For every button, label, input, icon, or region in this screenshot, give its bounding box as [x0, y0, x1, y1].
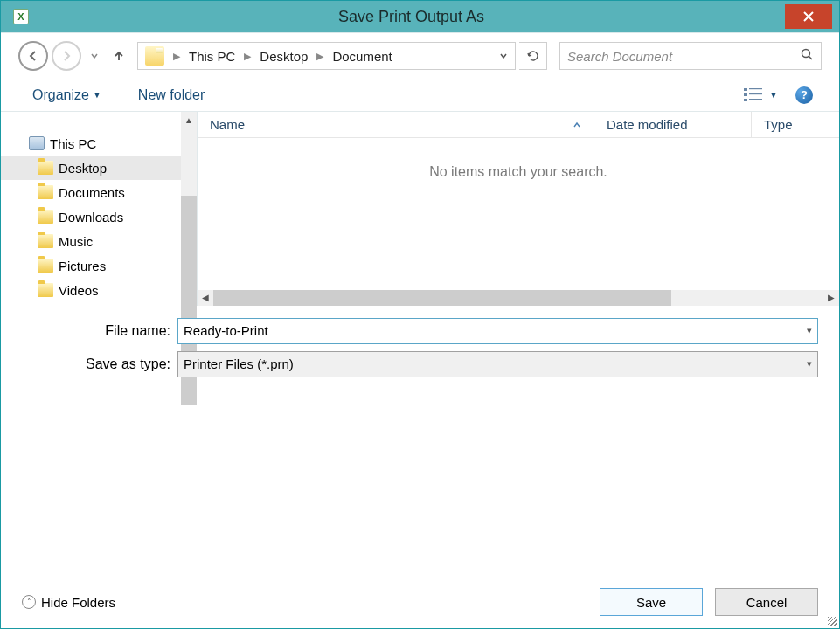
collapse-icon: ˄: [22, 595, 36, 609]
app-icon: X: [13, 9, 29, 24]
toolbar: Organize ▼ New folder ▼ ?: [1, 79, 839, 112]
tree-downloads[interactable]: Downloads: [1, 204, 197, 229]
explorer-pane: This PC Desktop Documents Downloads: [1, 112, 839, 306]
address-dropdown[interactable]: [496, 48, 511, 64]
folder-icon: [38, 234, 53, 248]
recent-dropdown[interactable]: [90, 52, 99, 60]
breadcrumb-desktop[interactable]: Desktop: [256, 49, 311, 64]
tree-scrollbar[interactable]: ▲ ▼: [181, 112, 197, 306]
scroll-up-icon[interactable]: ▲: [181, 112, 197, 128]
tree-pictures[interactable]: Pictures: [1, 253, 197, 278]
titlebar: X Save Print Output As: [1, 1, 839, 32]
chevron-down-icon: [499, 52, 508, 60]
dialog-content: ▶ This PC ▶ Desktop ▶ Document: [1, 32, 839, 628]
chevron-down-icon[interactable]: ▾: [807, 358, 812, 370]
tree-documents[interactable]: Documents: [1, 180, 197, 204]
scroll-right-icon[interactable]: ▶: [823, 290, 839, 306]
arrow-left-icon: [26, 49, 40, 63]
col-name[interactable]: Name: [198, 112, 594, 137]
filename-label: File name:: [22, 323, 170, 339]
scroll-left-icon[interactable]: ◀: [198, 290, 213, 306]
window-title: Save Print Output As: [38, 8, 785, 26]
help-button[interactable]: ?: [795, 86, 813, 104]
savetype-label: Save as type:: [22, 356, 170, 372]
new-folder-label: New folder: [138, 87, 205, 103]
organize-label: Organize: [32, 87, 89, 103]
folder-icon: [38, 259, 53, 273]
col-date[interactable]: Date modified: [594, 112, 752, 137]
folder-tree: This PC Desktop Documents Downloads: [1, 112, 198, 306]
view-icon: [743, 86, 764, 104]
forward-button[interactable]: [52, 41, 81, 71]
fields-area: File name: ▾ Save as type: Printer Files…: [1, 306, 839, 386]
refresh-icon: [526, 49, 540, 63]
close-icon: [802, 10, 815, 23]
resize-grip[interactable]: [826, 615, 837, 626]
savetype-combo[interactable]: Printer Files (*.prn) ▾: [177, 351, 818, 377]
organize-menu[interactable]: Organize ▼: [27, 84, 107, 107]
sort-asc-icon: [573, 121, 581, 128]
search-icon[interactable]: [800, 47, 814, 65]
hide-folders-toggle[interactable]: ˄ Hide Folders: [22, 595, 115, 610]
arrow-right-icon: [59, 49, 73, 63]
breadcrumb-document[interactable]: Document: [329, 49, 395, 64]
column-headers: Name Date modified Type: [198, 112, 839, 138]
tree-videos[interactable]: Videos: [1, 278, 197, 302]
folder-icon: [38, 283, 53, 297]
filename-combo[interactable]: ▾: [177, 318, 818, 344]
chevron-right-icon: ▶: [239, 51, 256, 62]
save-dialog: X Save Print Output As ▶ This PC ▶: [0, 0, 840, 629]
up-button[interactable]: [111, 48, 127, 64]
col-type[interactable]: Type: [752, 112, 839, 137]
scroll-thumb[interactable]: [213, 290, 671, 306]
back-button[interactable]: [18, 41, 48, 71]
cancel-button[interactable]: Cancel: [715, 588, 818, 616]
svg-rect-6: [749, 99, 762, 100]
caret-down-icon: ▼: [93, 90, 101, 100]
svg-point-0: [802, 50, 810, 58]
filename-row: File name: ▾: [22, 318, 818, 344]
chevron-right-icon: ▶: [311, 51, 329, 62]
refresh-button[interactable]: [519, 42, 547, 70]
tree-music[interactable]: Music: [1, 229, 197, 253]
close-button[interactable]: [785, 4, 832, 29]
search-box[interactable]: [559, 42, 822, 70]
empty-message: No items match your search.: [198, 138, 839, 290]
search-input[interactable]: [567, 49, 800, 64]
footer: ˄ Hide Folders Save Cancel: [1, 579, 839, 628]
tree-desktop[interactable]: Desktop: [1, 156, 197, 180]
chevron-down-icon: [90, 52, 99, 60]
new-folder-button[interactable]: New folder: [133, 84, 210, 107]
svg-rect-4: [749, 93, 762, 94]
folder-icon: [145, 46, 164, 66]
chevron-down-icon[interactable]: ▾: [807, 325, 812, 336]
pc-icon: [29, 136, 45, 150]
tree-os-c[interactable]: OS (C:): [1, 302, 197, 306]
svg-rect-5: [744, 99, 747, 101]
file-list-pane: Name Date modified Type No items match y…: [198, 112, 839, 306]
tree-this-pc[interactable]: This PC: [1, 131, 197, 156]
arrow-up-icon: [112, 49, 126, 63]
svg-rect-3: [744, 93, 747, 96]
svg-rect-1: [744, 88, 747, 91]
savetype-row: Save as type: Printer Files (*.prn) ▾: [22, 351, 818, 377]
save-button[interactable]: Save: [600, 588, 703, 616]
savetype-value: Printer Files (*.prn): [184, 356, 294, 371]
chevron-right-icon: ▶: [168, 51, 185, 62]
horizontal-scrollbar[interactable]: ◀ ▶: [198, 290, 839, 306]
address-bar[interactable]: ▶ This PC ▶ Desktop ▶ Document: [137, 42, 516, 70]
folder-icon: [38, 161, 53, 175]
svg-rect-2: [749, 88, 762, 89]
folder-icon: [38, 185, 53, 199]
folder-icon: [38, 210, 53, 224]
caret-down-icon: ▼: [769, 90, 778, 100]
breadcrumb-this-pc[interactable]: This PC: [185, 49, 239, 64]
nav-row: ▶ This PC ▶ Desktop ▶ Document: [1, 33, 839, 79]
view-menu[interactable]: ▼: [743, 86, 778, 104]
filename-input[interactable]: [184, 323, 807, 338]
